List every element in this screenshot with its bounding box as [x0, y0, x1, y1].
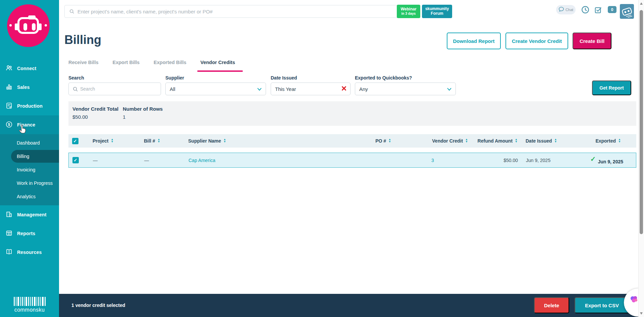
tab-receive-bills[interactable]: Receive Bills: [68, 60, 98, 65]
sidebar-subitem-dashboard[interactable]: Dashboard: [0, 136, 59, 150]
column-header-refund[interactable]: Refund Amount: [478, 138, 513, 144]
scrollbar-thumb[interactable]: [640, 10, 643, 234]
webinar-button[interactable]: Webinar in 3 days: [397, 5, 420, 18]
dollar-circle-icon: $: [5, 121, 13, 129]
sidebar-item-label: Production: [17, 103, 43, 109]
chat-bubble-icon: [558, 7, 564, 13]
sort-icon[interactable]: ▲▼: [554, 139, 557, 143]
check-icon: ✓: [74, 158, 77, 163]
commonsku-logo[interactable]: [7, 4, 50, 47]
row-bill-number: —: [144, 158, 149, 163]
create-bill-button[interactable]: Create Bill: [573, 33, 611, 49]
global-search-input[interactable]: [64, 5, 399, 18]
sort-icon[interactable]: ▲▼: [388, 139, 391, 143]
tasks-check-icon[interactable]: [594, 6, 602, 15]
chat-button[interactable]: Chat: [556, 5, 576, 14]
search-icon: [69, 9, 74, 15]
date-issued-input[interactable]: [275, 86, 332, 92]
sidebar-item-reports[interactable]: Reports: [0, 224, 59, 243]
tab-exported-bills[interactable]: Exported Bills: [154, 60, 186, 65]
row-vendor-credit-link[interactable]: 3: [431, 158, 434, 163]
sidebar-subitem-invoicing[interactable]: Invoicing: [0, 163, 59, 176]
scroll-down-arrow[interactable]: [640, 312, 643, 315]
column-header-exported[interactable]: Exported: [595, 138, 616, 144]
sidebar-item-production[interactable]: Production: [0, 97, 59, 115]
connect-icon: [5, 64, 13, 73]
row-checkbox[interactable]: ✓: [72, 157, 79, 163]
vendor-credit-total-value: $50.00: [72, 114, 118, 120]
table-row[interactable]: ✓ — — Cap America 3 $50.00 Jun 9, 2025 ✓…: [68, 153, 636, 168]
robot-dot-left: [9, 24, 12, 27]
notification-count: 0: [611, 7, 613, 12]
barcode-logo: [0, 297, 59, 306]
sidebar-item-management[interactable]: Management: [0, 205, 59, 224]
clear-x-icon[interactable]: [342, 86, 346, 92]
filter-search-box: [68, 83, 161, 95]
topbar: Webinar in 3 days skummunity Forum Chat …: [59, 0, 644, 23]
user-avatar[interactable]: [620, 4, 634, 19]
notification-badge[interactable]: 0: [608, 6, 616, 13]
sidebar-item-label: Finance: [17, 122, 35, 127]
vendor-credit-total: Vendor Credit Total $50.00: [72, 106, 118, 120]
sidebar-nav: Connect Sales Production $ Finance: [0, 59, 59, 262]
download-report-button[interactable]: Download Report: [447, 33, 501, 49]
row-date-issued: Jun 9, 2025: [526, 158, 550, 163]
robot-ear-left: [15, 23, 19, 30]
column-header-po[interactable]: PO #: [375, 138, 386, 144]
filter-search-input[interactable]: [80, 86, 147, 92]
sidebar-item-resources[interactable]: Resources: [0, 243, 59, 262]
column-header-project[interactable]: Project: [93, 138, 108, 144]
robot-ear-right: [38, 23, 42, 30]
sort-icon[interactable]: ▲▼: [465, 139, 468, 143]
check-icon: ✓: [73, 139, 77, 144]
export-to-csv-button[interactable]: Export to CSV: [575, 297, 629, 313]
sidebar-item-connect[interactable]: Connect: [0, 59, 59, 78]
sort-icon[interactable]: ▲▼: [157, 139, 160, 143]
sidebar-subitem-work-in-progress[interactable]: Work in Progress: [0, 176, 59, 190]
column-header-bill[interactable]: Bill #: [144, 138, 155, 144]
brain-icon: [629, 294, 639, 304]
brand-text: commonsku: [0, 307, 59, 313]
page-scrollbar[interactable]: [638, 0, 644, 317]
sidebar-item-sales[interactable]: Sales: [0, 78, 59, 97]
webinar-label: Webinar: [400, 7, 416, 12]
vendor-credit-total-label: Vendor Credit Total: [72, 106, 118, 112]
robot-dot-right: [45, 24, 47, 27]
clock-icon[interactable]: [581, 5, 590, 15]
sidebar-item-finance[interactable]: $ Finance: [0, 115, 59, 134]
column-header-date-issued[interactable]: Date Issued: [526, 138, 552, 144]
subitem-label: Work in Progress: [17, 180, 53, 186]
skummunity-forum-button[interactable]: skummunity Forum: [422, 5, 452, 18]
create-vendor-credit-button[interactable]: Create Vendor Credit: [505, 33, 568, 49]
summary-bar: Vendor Credit Total $50.00 Number of Row…: [68, 101, 636, 126]
tab-export-bills[interactable]: Export Bills: [112, 60, 140, 65]
table-header: ✓ Project▲▼ Bill #▲▼ Supplier Name▲▼ PO …: [68, 134, 636, 148]
scroll-up-arrow[interactable]: [640, 2, 643, 5]
subitem-label: Analytics: [17, 194, 36, 199]
book-icon: [5, 248, 13, 257]
sort-icon[interactable]: ▲▼: [515, 139, 518, 143]
sidebar-subitem-billing[interactable]: Billing: [11, 150, 59, 163]
forum-sublabel: Forum: [431, 11, 443, 16]
chevron-down-icon: [447, 86, 451, 92]
table-icon: [5, 229, 13, 238]
column-header-vendor-credit[interactable]: Vendor Credit: [432, 138, 463, 144]
number-of-rows: Number of Rows 1: [123, 106, 163, 120]
delete-button[interactable]: Delete: [534, 297, 569, 313]
sort-icon[interactable]: ▲▼: [618, 139, 621, 143]
subitem-label: Invoicing: [17, 167, 35, 172]
tab-vendor-credits[interactable]: Vendor Credits: [201, 60, 235, 65]
row-refund-amount: $50.00: [503, 158, 518, 163]
sidebar-item-label: Management: [17, 212, 47, 217]
row-supplier-link[interactable]: Cap America: [189, 158, 215, 163]
exported-quickbooks-select[interactable]: Any: [355, 83, 456, 95]
sort-icon[interactable]: ▲▼: [111, 139, 113, 143]
select-all-checkbox[interactable]: ✓: [72, 138, 78, 144]
bar-chart-icon: [5, 83, 13, 92]
sidebar-subitem-analytics[interactable]: Analytics: [0, 190, 59, 203]
sort-icon[interactable]: ▲▼: [223, 139, 226, 143]
supplier-select[interactable]: All: [165, 83, 266, 95]
get-report-button[interactable]: Get Report: [592, 81, 631, 95]
active-tab-underline: [197, 70, 243, 72]
column-header-supplier[interactable]: Supplier Name: [188, 138, 221, 144]
